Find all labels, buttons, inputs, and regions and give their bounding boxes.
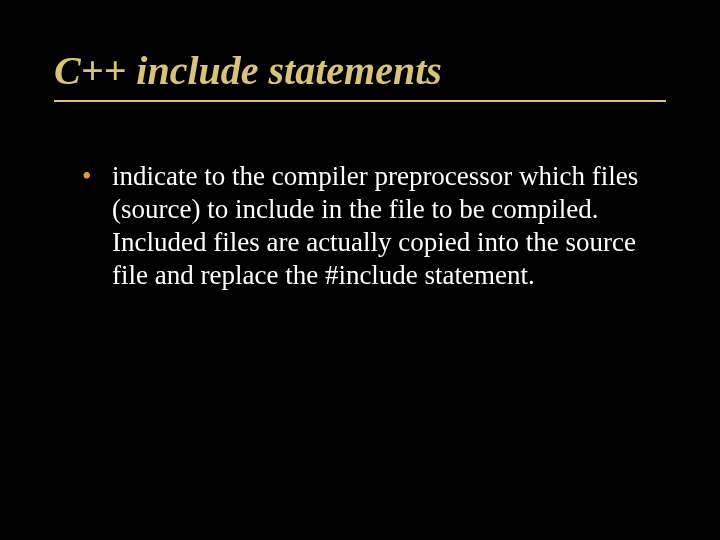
list-item: indicate to the compiler preprocessor wh… xyxy=(82,160,666,292)
slide-title: C++ include statements xyxy=(54,48,666,94)
slide: C++ include statements indicate to the c… xyxy=(0,0,720,540)
title-underline xyxy=(54,100,666,102)
bullet-list: indicate to the compiler preprocessor wh… xyxy=(82,160,666,292)
